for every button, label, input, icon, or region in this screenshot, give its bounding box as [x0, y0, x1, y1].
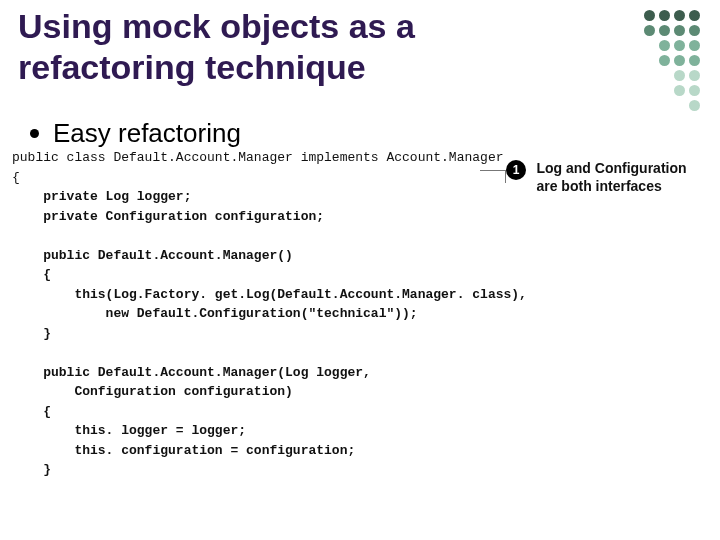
callout-1: 1 Log and Configuration are both interfa… [506, 160, 706, 195]
code-line: { [12, 404, 51, 419]
title-line-1: Using mock objects as a [18, 7, 415, 45]
slide: Using mock objects as a refactoring tech… [0, 0, 720, 540]
code-line: public Default.Account.Manager(Log logge… [12, 365, 371, 380]
code-line: public class Default.Account.Manager imp… [12, 150, 503, 165]
code-line: { [12, 267, 51, 282]
callout-text: Log and Configuration are both interface… [536, 160, 706, 195]
code-block: public class Default.Account.Manager imp… [12, 148, 492, 480]
bullet-text: Easy refactoring [53, 118, 241, 149]
code-line: private Configuration configuration; [12, 209, 324, 224]
corner-dot-decoration [640, 10, 700, 115]
code-line: } [12, 462, 51, 477]
code-line: public Default.Account.Manager() [12, 248, 293, 263]
title-line-2: refactoring technique [18, 48, 366, 86]
callout-connector [480, 170, 506, 171]
code-line: this. logger = logger; [12, 423, 246, 438]
code-line: } [12, 326, 51, 341]
code-line: new Default.Configuration("technical")); [12, 306, 418, 321]
code-line: this. configuration = configuration; [12, 443, 355, 458]
code-line: this(Log.Factory. get.Log(Default.Accoun… [12, 287, 527, 302]
code-line: { [12, 170, 20, 185]
callout-number-badge: 1 [506, 160, 526, 180]
bullet-icon [30, 129, 39, 138]
code-line: Configuration configuration) [12, 384, 293, 399]
code-line: private Log logger; [12, 189, 191, 204]
bullet-item: Easy refactoring [30, 118, 241, 149]
slide-title: Using mock objects as a refactoring tech… [18, 6, 538, 88]
